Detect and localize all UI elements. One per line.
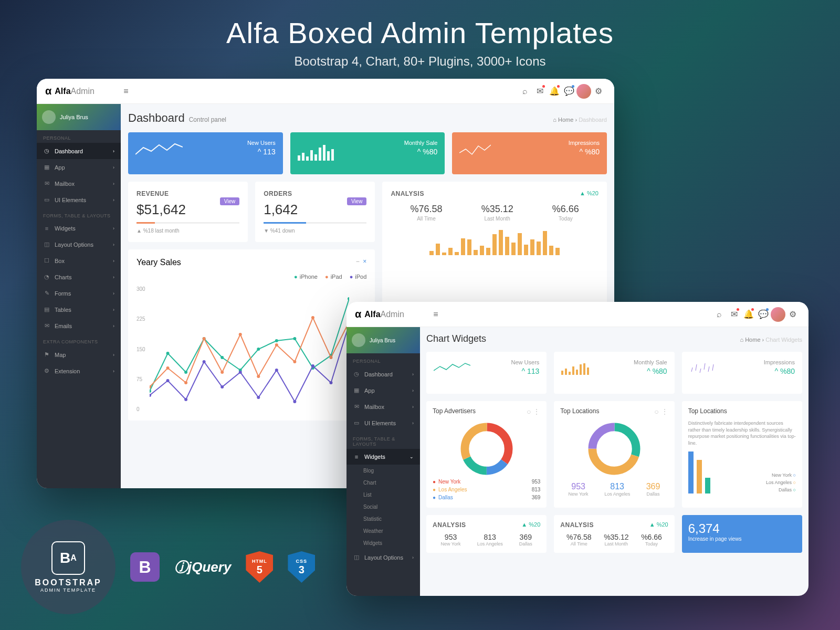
svg-rect-0 (298, 155, 300, 161)
chat-icon[interactable]: 💬 (756, 307, 771, 322)
card-yearly-sales: − × Yeary Sales iPhone iPad iPod 300 225… (128, 249, 375, 421)
options-icon[interactable]: ○ (654, 407, 658, 416)
svg-rect-8 (331, 149, 334, 161)
sidebar-item-ui-elements[interactable]: ▭UI Elements› (37, 192, 121, 208)
search-icon[interactable]: ⌕ (518, 84, 532, 99)
bell-icon[interactable]: 🔔 (547, 84, 562, 99)
content: Chart Widgets ⌂ Home › Chart Widgets New… (420, 327, 808, 596)
sidebar-sub-blog[interactable]: Blog (346, 465, 420, 477)
sidebar-item-map[interactable]: ⚑Map› (37, 346, 121, 363)
menu-toggle-icon[interactable]: ≡ (119, 84, 133, 99)
avatar[interactable] (771, 307, 785, 322)
svg-rect-46 (565, 369, 567, 375)
sidebar-item-dashboard[interactable]: ◷Dashboard› (37, 143, 121, 159)
bell-icon[interactable]: 🔔 (741, 307, 756, 322)
tile-new-users[interactable]: New Users^ 113 (128, 132, 283, 174)
svg-point-13 (220, 356, 224, 359)
mail-icon[interactable]: ✉ (532, 84, 547, 99)
sparkline-icon (135, 140, 183, 161)
avatar[interactable] (576, 84, 591, 99)
svg-rect-48 (572, 366, 574, 375)
html5-logo: HTML5 (246, 551, 273, 583)
page-header: Dashboard Control panel ⌂ Home › Dashboa… (128, 111, 607, 125)
sparkline-icon (689, 359, 721, 375)
view-button[interactable]: View (347, 197, 367, 205)
sidebar-sub-weather[interactable]: Weather (346, 525, 420, 537)
sidebar-sub-statistic[interactable]: Statistic (346, 513, 420, 525)
sidebar-item-tables[interactable]: ▤Tables› (37, 301, 121, 318)
svg-line-56 (704, 363, 705, 370)
sidebar-item-mailbox[interactable]: ✉Mailbox› (37, 175, 121, 192)
svg-point-20 (348, 297, 349, 300)
menu-toggle-icon[interactable]: ≡ (428, 307, 443, 322)
sidebar-item-forms[interactable]: ✎Forms› (37, 285, 121, 301)
svg-point-39 (257, 396, 260, 399)
sidebar-item-mailbox[interactable]: ✉Mailbox› (346, 398, 420, 415)
sidebar-section-extra: EXTRA COMPONENTS (37, 334, 121, 346)
card-orders: ORDERS View 1,642 ▼ %41 down (255, 182, 375, 242)
svg-point-36 (202, 360, 205, 363)
card-analysis-cities: ▲ %20 ANALYSIS 953New York 813Los Angele… (426, 515, 547, 553)
tile-new-users[interactable]: New Users^ 113 (426, 352, 547, 394)
sidebar-item-app[interactable]: ▦App› (346, 382, 420, 398)
banner-page-views: 6,374 Increase in page views (682, 515, 802, 553)
svg-point-31 (329, 356, 332, 359)
sidebar-item-layout-options[interactable]: ◫Layout Options› (346, 549, 420, 565)
sidebar-item-widgets[interactable]: ≡Widgets› (37, 220, 121, 236)
minimize-icon[interactable]: − (356, 258, 360, 265)
sidebar-user[interactable]: Juliya Brus (346, 327, 420, 353)
svg-rect-3 (310, 150, 313, 161)
svg-line-58 (712, 364, 713, 371)
sidebar-item-layout-options[interactable]: ◫Layout Options› (37, 236, 121, 253)
sidebar-item-extension[interactable]: ⚙Extension› (37, 363, 121, 379)
sparkline-icon (434, 359, 470, 375)
sidebar-item-box[interactable]: ☐Box› (37, 253, 121, 269)
options-icon[interactable]: ○ (527, 407, 531, 416)
sidebar-sub-list[interactable]: List (346, 489, 420, 501)
donut-chart (578, 420, 651, 478)
tile-monthly-sale[interactable]: Monthly Sale^ %80 (554, 352, 674, 394)
mail-icon[interactable]: ✉ (727, 307, 741, 322)
gear-icon[interactable]: ⚙ (785, 307, 800, 322)
svg-point-27 (257, 375, 260, 378)
close-icon[interactable]: × (363, 258, 366, 265)
view-button[interactable]: View (220, 197, 240, 205)
sidebar-item-emails[interactable]: ✉Emails› (37, 318, 121, 334)
more-icon[interactable]: ⋮ (533, 407, 540, 416)
sidebar: Juliya Brus PERSONAL ◷Dashboard› ▦App› ✉… (346, 327, 420, 596)
card-revenue: REVENUE View $51,642 ▲ %18 last month (128, 182, 248, 242)
more-icon[interactable]: ⋮ (661, 407, 668, 416)
gear-icon[interactable]: ⚙ (591, 84, 606, 99)
tile-impressions[interactable]: Impressions^ %80 (452, 132, 607, 174)
logo-mark: α (45, 85, 51, 97)
sidebar-sub-widgets[interactable]: Widgets (346, 537, 420, 549)
svg-point-25 (220, 371, 224, 374)
sidebar-item-widgets[interactable]: ≡Widgets⌄ (346, 449, 420, 465)
logo[interactable]: α AlfaAdmin (355, 308, 428, 320)
svg-line-55 (700, 369, 701, 373)
svg-point-11 (184, 371, 187, 374)
sidebar-item-app[interactable]: ▦App› (37, 159, 121, 175)
sidebar-item-charts[interactable]: ◔Charts› (37, 269, 121, 285)
sidebar-user[interactable]: Juliya Brus (37, 104, 121, 130)
svg-point-24 (202, 337, 205, 340)
yearly-sales-chart (150, 286, 349, 412)
sparkline-icon (459, 140, 491, 161)
search-icon[interactable]: ⌕ (712, 307, 727, 322)
home-icon: ⌂ (740, 337, 743, 343)
logo[interactable]: α AlfaAdmin (45, 85, 119, 97)
sidebar-section-personal: PERSONAL (37, 130, 121, 143)
donut-chart (450, 420, 523, 478)
tile-monthly-sale[interactable]: Monthly Sale^ %80 (290, 132, 445, 174)
page-title: Dashboard (128, 111, 185, 125)
svg-point-17 (293, 337, 296, 340)
chat-icon[interactable]: 💬 (562, 84, 576, 99)
sidebar-item-ui-elements[interactable]: ▭UI Elements› (346, 415, 420, 431)
sidebar-sub-chart[interactable]: Chart (346, 477, 420, 489)
sidebar-item-dashboard[interactable]: ◷Dashboard› (346, 366, 420, 382)
sparkbar-icon (298, 140, 350, 161)
tile-impressions[interactable]: Impressions^ %80 (682, 352, 802, 394)
bootstrap-logo: B (130, 552, 160, 582)
svg-point-37 (220, 385, 224, 388)
sidebar-sub-social[interactable]: Social (346, 501, 420, 513)
